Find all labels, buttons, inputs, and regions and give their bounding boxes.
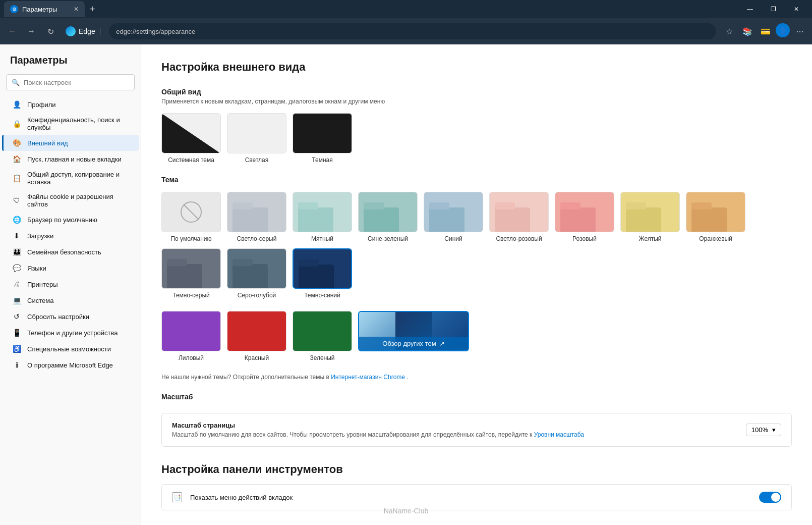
theme-lightgray-preview	[227, 192, 286, 232]
theme-purple[interactable]: Лиловый	[161, 311, 221, 361]
phone-icon: 📱	[12, 328, 21, 337]
sidebar-item-privacy[interactable]: 🔒 Конфиденциальность, поиск и службы	[2, 113, 139, 135]
new-tab-button[interactable]: +	[87, 4, 98, 15]
sidebar-item-phone[interactable]: 📱 Телефон и другие устройства	[2, 325, 139, 341]
favorites-icon[interactable]: ☆	[721, 23, 737, 39]
sidebar-item-accessibility[interactable]: ♿ Специальные возможности	[2, 341, 139, 357]
close-button[interactable]: ✕	[785, 0, 808, 18]
theme-dark[interactable]: Темная	[293, 113, 352, 164]
sidebar-item-label: Загрузки	[27, 232, 53, 240]
browse-themes-preview: Обзор других тем ↗	[358, 311, 469, 351]
profile-icon[interactable]: 👤	[776, 23, 790, 37]
sidebar-item-appearance[interactable]: 🎨 Внешний вид	[2, 135, 139, 151]
addressbar: ← → ↻ Edge | edge://settings/appearance …	[0, 18, 812, 44]
theme-yellow-preview	[620, 192, 680, 232]
printers-icon: 🖨	[12, 280, 21, 289]
collections-icon[interactable]: 📚	[739, 23, 756, 39]
theme-darkblue[interactable]: Темно-синий	[293, 248, 352, 299]
theme-default[interactable]: По умолчанию	[161, 192, 221, 242]
theme-dark-label: Темная	[293, 156, 352, 164]
forward-button[interactable]: →	[23, 23, 39, 39]
minimize-button[interactable]: —	[738, 0, 762, 18]
restore-button[interactable]: ❐	[762, 0, 785, 18]
theme-teal[interactable]: Сине-зеленый	[358, 192, 418, 242]
sidebar-item-reset[interactable]: ↺ Сбросить настройки	[2, 308, 139, 325]
theme-yellow[interactable]: Желтый	[620, 192, 680, 242]
address-bar-field[interactable]: edge://settings/appearance	[109, 23, 716, 39]
scale-info: Масштаб страницы Масштаб по умолчанию дл…	[172, 422, 738, 438]
sidebar-item-downloads[interactable]: ⬇ Загрузки	[2, 228, 139, 244]
svg-rect-23	[299, 259, 319, 267]
sidebar-item-printers[interactable]: 🖨 Принтеры	[2, 276, 139, 292]
theme-default-label: По умолчанию	[161, 235, 221, 242]
wallet-icon[interactable]: 💳	[758, 23, 774, 39]
sidebar-item-sharing[interactable]: 📋 Общий доступ, копирование и вставка	[2, 167, 139, 189]
theme-dark-preview	[293, 113, 352, 153]
theme-colors-grid: По умолчанию Светло-серый	[161, 192, 792, 299]
theme-light-label: Светлая	[227, 156, 286, 164]
tab-actions-icon: 📑	[172, 492, 182, 502]
titlebar: ⚙ Параметры ✕ + — ❐ ✕	[0, 0, 812, 18]
theme-light[interactable]: Светлая	[227, 113, 286, 164]
toolbar-item-tab-actions: 📑 Показать меню действий вкладок	[161, 484, 792, 510]
window-controls: — ❐ ✕	[738, 0, 808, 18]
settings-content: Настройка внешнего вида Общий вид Примен…	[141, 44, 812, 525]
default-icon: 🌐	[12, 215, 21, 224]
chrome-store-link[interactable]: Интернет-магазин Chrome	[331, 374, 405, 381]
theme-green[interactable]: Зеленый	[293, 311, 352, 361]
theme-darkblue-preview	[293, 248, 352, 289]
theme-mint[interactable]: Мятный	[293, 192, 352, 242]
browse-themes-label: Обзор других тем	[382, 340, 436, 347]
theme-lightgray[interactable]: Светло-серый	[227, 192, 286, 242]
sidebar: Параметры 🔍 👤 Профили 🔒 Конфиденциальнос…	[0, 44, 141, 525]
main-layout: Параметры 🔍 👤 Профили 🔒 Конфиденциальнос…	[0, 44, 812, 525]
sharing-icon: 📋	[12, 174, 21, 183]
sidebar-item-label: Система	[27, 297, 53, 304]
theme-pink[interactable]: Светло-розовый	[489, 192, 549, 242]
svg-rect-18	[167, 264, 202, 289]
theme-red[interactable]: Красный	[227, 311, 286, 361]
theme-system[interactable]: Системная тема	[161, 113, 221, 164]
sidebar-item-default[interactable]: 🌐 Браузер по умолчанию	[2, 212, 139, 228]
search-input[interactable]	[24, 79, 129, 86]
sidebar-item-system[interactable]: 💻 Система	[2, 292, 139, 308]
sidebar-search-box[interactable]: 🔍	[6, 74, 135, 90]
sidebar-item-family[interactable]: 👪 Семейная безопасность	[2, 244, 139, 260]
svg-rect-14	[626, 207, 661, 232]
sidebar-item-label: Языки	[27, 265, 46, 272]
browse-label-overlay: Обзор других тем ↗	[359, 337, 468, 350]
theme-lightgray-label: Светло-серый	[227, 235, 286, 242]
theme-rose[interactable]: Розовый	[555, 192, 614, 242]
more-button[interactable]: ···	[792, 23, 808, 39]
tab-close-button[interactable]: ✕	[74, 6, 79, 13]
browse-themes-card[interactable]: Обзор других тем ↗	[358, 311, 469, 361]
tab-actions-toggle[interactable]	[759, 492, 781, 503]
scale-levels-link[interactable]: Уровни масштаба	[534, 431, 584, 438]
theme-grayblue[interactable]: Серо-голубой	[227, 248, 286, 299]
scale-dropdown[interactable]: 100% ▾	[746, 424, 781, 436]
sidebar-item-label: Принтеры	[27, 281, 58, 288]
sidebar-item-cookies[interactable]: 🛡 Файлы cookie и разрешения сайтов	[2, 189, 139, 212]
theme-orange[interactable]: Оранжевый	[686, 192, 745, 242]
sidebar-item-languages[interactable]: 💬 Языки	[2, 260, 139, 276]
theme-section-title: Тема	[161, 176, 792, 184]
theme-blue[interactable]: Синий	[424, 192, 483, 242]
svg-rect-21	[233, 259, 253, 266]
svg-rect-4	[298, 207, 333, 232]
languages-icon: 💬	[12, 264, 21, 273]
sidebar-item-profiles[interactable]: 👤 Профили	[2, 96, 139, 113]
url-text: edge://settings/appearance	[116, 28, 195, 35]
svg-rect-11	[495, 202, 515, 209]
sidebar-item-about[interactable]: ℹ О программе Microsoft Edge	[2, 357, 139, 373]
theme-grayblue-preview	[227, 248, 286, 289]
browser-tab[interactable]: ⚙ Параметры ✕	[4, 1, 85, 17]
refresh-button[interactable]: ↻	[42, 23, 59, 39]
sidebar-item-newtab[interactable]: 🏠 Пуск, главная и новые вкладки	[2, 151, 139, 167]
back-button[interactable]: ←	[4, 23, 20, 39]
theme-darkgray[interactable]: Темно-серый	[161, 248, 221, 299]
addressbar-actions: ☆ 📚 💳 👤 ···	[721, 23, 808, 39]
sidebar-item-label: Профили	[27, 101, 56, 109]
theme-purple-label: Лиловый	[161, 354, 221, 361]
general-section-subtitle: Применяется к новым вкладкам, страницам,…	[161, 98, 792, 105]
sidebar-item-label: Семейная безопасность	[27, 248, 101, 256]
